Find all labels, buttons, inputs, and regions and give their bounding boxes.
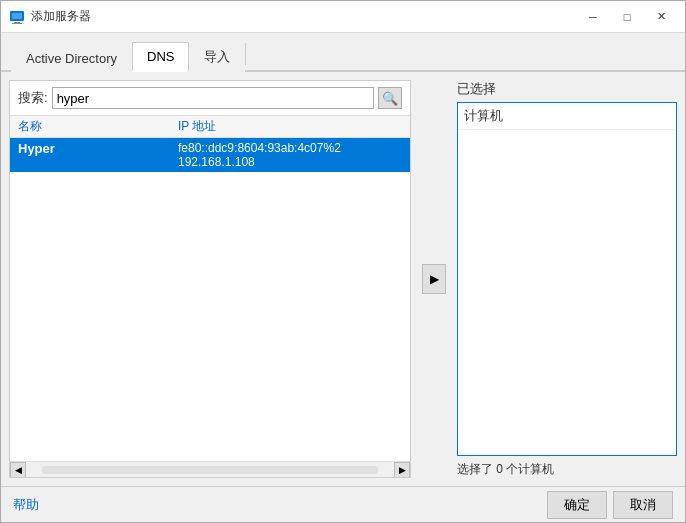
scroll-left-button[interactable]: ◀ [10,462,26,478]
selected-list-header: 计算机 [458,103,676,130]
row-ip: fe80::ddc9:8604:93ab:4c07%2192.168.1.108 [178,141,402,169]
main-window: 添加服务器 ─ □ ✕ Active Directory DNS 导入 [0,0,686,523]
column-ip-header[interactable]: IP 地址 [178,118,402,135]
title-bar: 添加服务器 ─ □ ✕ [1,1,685,33]
search-input[interactable] [52,87,374,109]
cancel-button[interactable]: 取消 [613,491,673,519]
bottom-bar: 帮助 确定 取消 [1,486,685,522]
app-icon [9,9,25,25]
scroll-right-button[interactable]: ▶ [394,462,410,478]
tab-active-directory[interactable]: Active Directory [11,44,132,72]
tab-import[interactable]: 导入 [189,41,245,72]
add-to-selected-button[interactable]: ▶ [422,264,446,294]
svg-rect-3 [12,23,22,24]
bottom-buttons: 确定 取消 [547,491,673,519]
row-name: Hyper [18,141,178,169]
ok-button[interactable]: 确定 [547,491,607,519]
svg-rect-1 [12,13,22,19]
selected-count: 选择了 0 个计算机 [457,458,677,478]
scrollbar-track[interactable] [42,466,378,474]
table-body: Hyper fe80::ddc9:8604:93ab:4c07%2192.168… [10,138,410,461]
table-header: 名称 IP 地址 [10,116,410,138]
help-link[interactable]: 帮助 [13,496,39,514]
search-label: 搜索: [18,89,48,107]
tab-dns[interactable]: DNS [132,42,189,72]
arrow-panel: ▶ [419,80,449,478]
right-panel-header: 已选择 [457,80,677,100]
right-panel: 已选择 计算机 选择了 0 个计算机 [457,80,677,478]
left-panel: 搜索: 🔍 名称 IP 地址 Hyper fe80::ddc9:8604:93a… [9,80,411,478]
window-title: 添加服务器 [31,8,577,25]
horizontal-scrollbar[interactable]: ◀ ▶ [10,461,410,477]
tab-divider [245,43,246,65]
minimize-button[interactable]: ─ [577,6,609,28]
main-area: 搜索: 🔍 名称 IP 地址 Hyper fe80::ddc9:8604:93a… [1,72,685,486]
search-row: 搜索: 🔍 [10,81,410,116]
table-row[interactable]: Hyper fe80::ddc9:8604:93ab:4c07%2192.168… [10,138,410,172]
maximize-button[interactable]: □ [611,6,643,28]
search-button[interactable]: 🔍 [378,87,402,109]
tab-bar: Active Directory DNS 导入 [1,33,685,72]
window-controls: ─ □ ✕ [577,6,677,28]
selected-list: 计算机 [457,102,677,456]
content-area: Active Directory DNS 导入 搜索: 🔍 [1,33,685,486]
column-name-header[interactable]: 名称 [18,118,178,135]
close-button[interactable]: ✕ [645,6,677,28]
